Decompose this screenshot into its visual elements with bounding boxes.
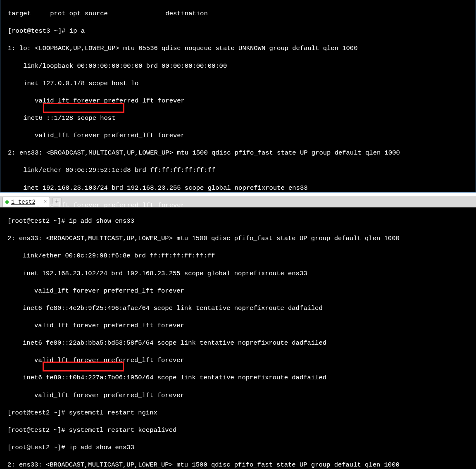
output-line: valid_lft forever preferred_lft forever [7,287,473,295]
output-line: link/ether 00:0c:29:52:1e:d8 brd ff:ff:f… [8,166,472,175]
output-line: 2: ens33: <BROADCAST,MULTICAST,UP,LOWER_… [7,234,473,243]
output-line: inet6 ::1/128 scope host [8,114,472,123]
output-line: link/ether 00:0c:29:98:f6:8e brd ff:ff:f… [7,252,473,260]
output-line: 1: lo: <LOOPBACK,UP,LOWER_UP> mtu 65536 … [8,44,472,53]
output-line: [root@test2 ~]# systemctl restart keepal… [7,426,473,435]
output-line: inet 127.0.0.1/8 scope host lo [8,79,472,88]
output-line: 2: ens33: <BROADCAST,MULTICAST,UP,LOWER_… [7,461,473,469]
output-line: inet6 fe80::4c2b:9f25:496:afac/64 scope … [7,304,473,313]
output-line: valid_lft forever preferred_lft forever [8,97,472,105]
output-line: [root@test2 ~]# systemctl restart nginx [7,409,473,417]
output-line: inet6 fe80::f0b4:227a:7b06:1950/64 scope… [7,374,473,382]
output-line: link/loopback 00:00:00:00:00:00 brd 00:0… [8,62,472,71]
output-line: valid_lft forever preferred_lft forever [7,391,473,400]
output-line: target prot opt source destination [8,10,472,18]
output-line: 2: ens33: <BROADCAST,MULTICAST,UP,LOWER_… [8,149,472,157]
output-line: inet6 fe80::22ab:bba5:bd53:58f5/64 scope… [7,339,473,348]
output-line: [root@test2 ~]# ip add show ens33 [7,443,473,452]
output-line: [root@test3 ~]# ip a [8,27,472,36]
output-line: inet 192.168.23.103/24 brd 192.168.23.25… [8,184,472,193]
output-line: valid_lft forever preferred_lft forever [7,321,473,330]
output-line: valid_lft forever preferred_lft forever [7,356,473,365]
output-line: inet 192.168.23.102/24 brd 192.168.23.25… [7,269,473,278]
output-line: valid_lft forever preferred_lft forever [8,131,472,140]
terminal-test2[interactable]: [root@test2 ~]# ip add show ens33 2: ens… [0,207,476,469]
terminal-test3[interactable]: target prot opt source destination [root… [0,0,476,193]
output-line: [root@test2 ~]# ip add show ens33 [7,217,473,226]
